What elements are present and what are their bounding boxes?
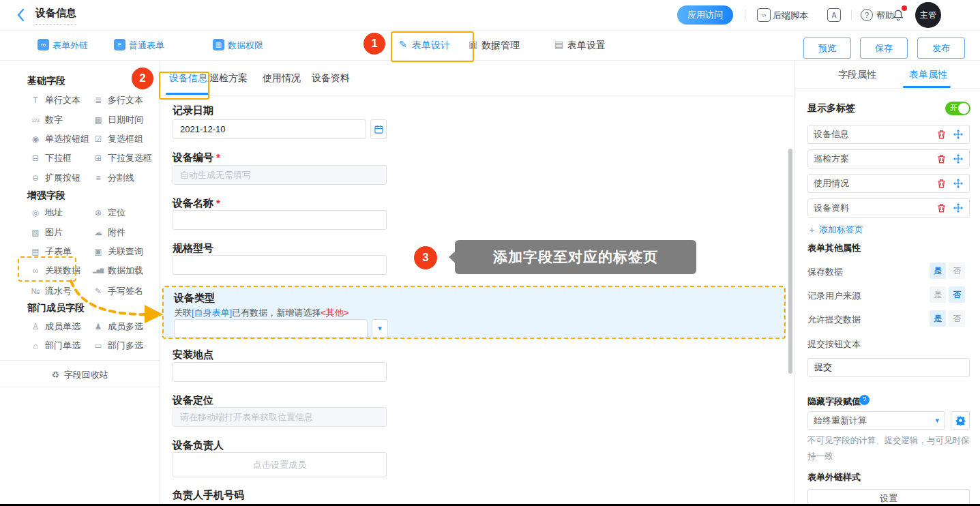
toolbar: ∞ 表单外链 ≡ 普通表单 ▥ 数据权限 ✎ 表单设计 ▣ 数据管理 ▤ 表单设… [0, 31, 980, 61]
palette-item-extend-button[interactable]: ⊖扩展按钮 [30, 172, 80, 184]
record-date-input[interactable] [173, 119, 366, 139]
canvas-tabs-border [160, 95, 793, 96]
device-type-desc: 关联[自身表单]已有数据，新增请选择<其他> [174, 307, 348, 319]
canvas-tab-usage[interactable]: 使用情况 [263, 72, 301, 85]
canvas-tab-inspection-plan[interactable]: 巡检方案 [209, 72, 248, 85]
tooltip-arrow [449, 251, 456, 263]
tab-row-device-docs[interactable]: 设备资料 [807, 198, 970, 218]
hidden-field-settings-button[interactable] [951, 411, 970, 430]
allow-submit-yes[interactable]: 是 [930, 310, 946, 327]
device-name-input[interactable] [173, 210, 387, 230]
allow-submit-no[interactable]: 否 [949, 310, 965, 327]
install-site-input[interactable] [173, 362, 387, 382]
tab-row-usage[interactable]: 使用情况 [807, 174, 970, 193]
palette-item-checkbox-group[interactable]: ☑复选框组 [93, 133, 143, 145]
toggle-knob [958, 103, 969, 114]
tab-form-design[interactable]: 表单设计 [412, 40, 450, 52]
delete-tab-icon[interactable] [936, 129, 947, 140]
palette-item-datetime[interactable]: ▦日期时间 [93, 114, 143, 126]
spec-model-input[interactable] [173, 255, 387, 275]
palette-item-member-single[interactable]: ♙成员单选 [30, 321, 80, 333]
move-tab-icon[interactable] [953, 153, 964, 164]
palette-item-select[interactable]: ⊟下拉框 [30, 152, 72, 164]
move-tab-icon[interactable] [953, 178, 964, 189]
canvas-tab-active-underline [166, 93, 209, 95]
device-location-input [173, 407, 387, 427]
avatar[interactable]: 主管 [915, 2, 941, 28]
palette-item-single-text[interactable]: T单行文本 [30, 94, 80, 106]
palette-item-attachment[interactable]: ☁附件 [93, 226, 125, 239]
canvas-scrollbar[interactable] [788, 149, 792, 374]
signature-icon: ✎ [93, 286, 104, 296]
multi-tab-toggle[interactable]: 开 [945, 102, 970, 115]
normal-form-link[interactable]: 普通表单 [129, 40, 164, 52]
palette-item-linked-query[interactable]: ▣关联查询 [93, 245, 143, 258]
other-option-link[interactable]: <其他> [321, 308, 348, 318]
save-data-no[interactable]: 否 [949, 263, 965, 279]
palette-item-signature[interactable]: ✎手写签名 [93, 285, 143, 297]
data-permission-link[interactable]: 数据权限 [228, 40, 263, 52]
step-badge-2: 2 [132, 68, 153, 89]
palette-item-radio-group[interactable]: ◉单选按钮组 [30, 133, 89, 145]
tab-field-properties[interactable]: 字段属性 [838, 69, 876, 81]
device-type-caret-button[interactable]: ▾ [372, 319, 388, 338]
external-link-icon: ∞ [38, 39, 49, 50]
palette-item-address[interactable]: ◎地址 [30, 207, 63, 219]
canvas-tab-device-docs[interactable]: 设备资料 [312, 72, 350, 85]
palette-item-locate[interactable]: ⊕定位 [93, 207, 125, 219]
save-data-yes[interactable]: 是 [930, 263, 946, 279]
delete-tab-icon[interactable] [936, 203, 947, 213]
palette-item-linked-data[interactable]: ∞关联数据 [30, 265, 80, 277]
multi-text-icon: ≣ [93, 95, 104, 105]
caret-down-icon: ▾ [935, 416, 939, 425]
tab-form-properties[interactable]: 表单属性 [909, 69, 947, 81]
language-icon[interactable]: A [827, 8, 841, 22]
field-label-device-location: 设备定位 [173, 394, 213, 407]
submit-text-input[interactable] [807, 358, 970, 377]
recycle-icon: ♻ [51, 370, 59, 380]
palette-item-divider[interactable]: ≡分割线 [93, 172, 134, 184]
save-button[interactable]: 保存 [860, 38, 908, 59]
field-recycle-bin[interactable]: ♻字段回收站 [0, 369, 160, 381]
palette-item-multi-text[interactable]: ≣多行文本 [93, 94, 143, 106]
header-divider [745, 10, 745, 20]
backend-script-link[interactable]: 后端脚本 [773, 10, 808, 22]
palette-item-subform[interactable]: ▤子表单 [30, 245, 72, 258]
other-properties-title: 表单其他属性 [807, 242, 861, 254]
canvas-tab-device-info[interactable]: 设备信息 [169, 72, 207, 85]
tab-data-manage[interactable]: 数据管理 [481, 40, 520, 52]
delete-tab-icon[interactable] [936, 153, 947, 164]
palette-item-dept-multi[interactable]: ▭部门多选 [93, 340, 143, 352]
add-tab-button[interactable]: ＋ 添加标签页 [807, 224, 863, 236]
tab-row-device-info[interactable]: 设备信息 [807, 125, 970, 144]
move-tab-icon[interactable] [953, 203, 964, 213]
palette-item-number[interactable]: 123数字 [30, 114, 63, 126]
delete-tab-icon[interactable] [936, 178, 947, 189]
palette-item-serial-number[interactable]: №流水号 [30, 285, 72, 297]
device-owner-input[interactable] [173, 452, 387, 477]
hidden-field-help-icon[interactable]: ? [859, 395, 870, 405]
record-user-source-no[interactable]: 否 [949, 286, 965, 303]
tab-form-settings[interactable]: 表单设置 [567, 40, 606, 52]
palette-item-image[interactable]: ▧图片 [30, 226, 63, 239]
record-user-source-yes[interactable]: 是 [930, 286, 946, 303]
self-form-link[interactable]: [自身表单] [192, 308, 232, 318]
preview-button[interactable]: 预览 [803, 38, 851, 59]
publish-button[interactable]: 发布 [917, 38, 965, 59]
move-tab-icon[interactable] [953, 129, 964, 140]
palette-item-member-multi[interactable]: ♟成员多选 [93, 321, 143, 333]
hidden-field-select[interactable]: 始终重新计算 ▾ [807, 411, 945, 430]
tab-row-inspection-plan[interactable]: 巡检方案 [807, 149, 970, 168]
bell-icon[interactable] [892, 9, 904, 21]
palette-item-data-load[interactable]: ▂▅▇数据加载 [93, 265, 143, 277]
calendar-button[interactable] [370, 119, 387, 139]
linked-data-icon: ∞ [30, 266, 41, 276]
device-type-select[interactable] [174, 319, 368, 338]
section-enhanced-fields: 增强字段 [27, 190, 65, 202]
gear-icon [955, 415, 966, 426]
form-external-link[interactable]: 表单外链 [53, 40, 88, 52]
palette-item-multi-select[interactable]: ⊞下拉复选框 [93, 152, 152, 164]
app-access-button[interactable]: 应用访问 [677, 5, 733, 25]
back-icon[interactable] [16, 8, 25, 22]
palette-item-dept-single[interactable]: ⌂部门单选 [30, 340, 80, 352]
